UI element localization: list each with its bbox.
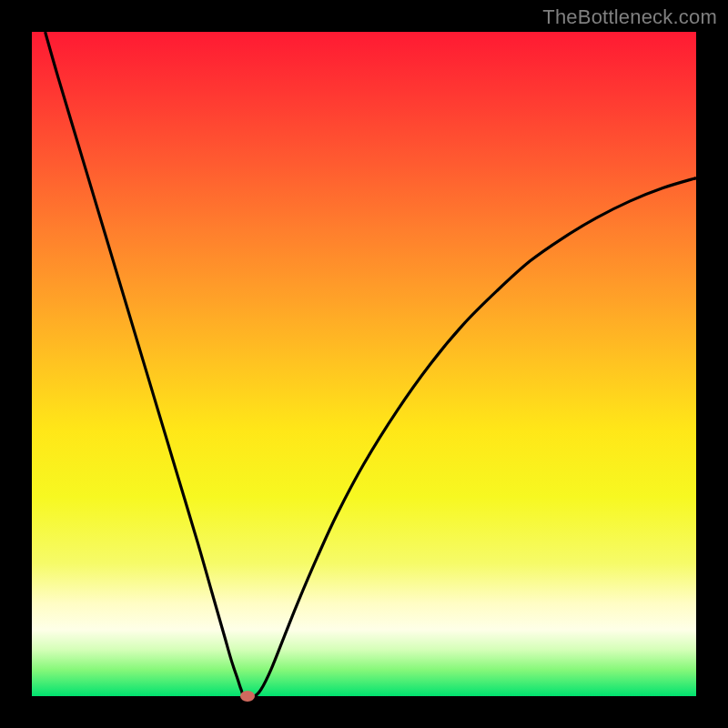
- bottleneck-curve: [32, 32, 696, 696]
- chart-plot-area: [32, 32, 696, 696]
- optimum-marker: [240, 691, 255, 702]
- curve-path: [46, 32, 696, 697]
- outer-frame: TheBottleneck.com: [0, 0, 728, 728]
- watermark-text: TheBottleneck.com: [542, 5, 717, 29]
